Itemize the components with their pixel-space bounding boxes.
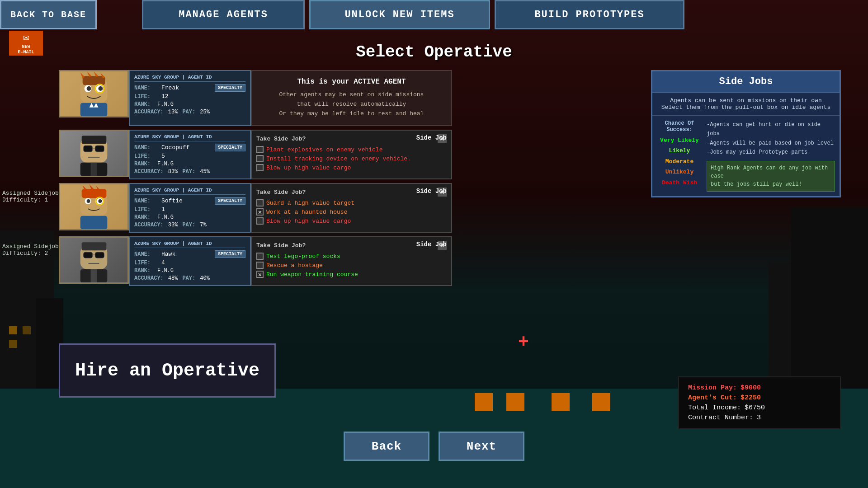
job-option-2-softie[interactable]: ✕ Work at a haunted house bbox=[256, 208, 447, 216]
rule-2: -Agents will be paid based on job level bbox=[707, 139, 835, 148]
specialty-btn-freak[interactable]: SPECIALTY bbox=[215, 84, 245, 92]
job-option-2-hawk[interactable]: Rescue a hostage bbox=[256, 262, 447, 269]
agent-avatar-cocopuff bbox=[59, 130, 129, 177]
hawk-difficulty-label: Difficulty: 2 bbox=[2, 250, 59, 257]
specialty-softie[interactable]: SPECIALTY bbox=[215, 197, 245, 205]
agent-avatar-hawk bbox=[59, 236, 129, 284]
hire-operative-panel[interactable]: Hire an Operative bbox=[59, 343, 276, 398]
agent-info-hawk: AZURE SKY GROUP | AGENT ID NAME: Hawk SP… bbox=[129, 236, 251, 286]
job-option-3-cocopuff[interactable]: Blow up high value cargo bbox=[256, 164, 447, 171]
svg-rect-34 bbox=[82, 242, 107, 250]
email-label: NEWE-MAIL bbox=[18, 44, 34, 55]
life-softie: 1 bbox=[161, 206, 245, 213]
life-hawk: 4 bbox=[161, 259, 245, 266]
checkbox-1-softie[interactable] bbox=[256, 199, 264, 206]
agent-info-freak: AZURE SKY GROUP | AGENT ID NAME: Freak S… bbox=[129, 70, 251, 126]
svg-rect-32 bbox=[80, 216, 108, 230]
next-button[interactable]: Next bbox=[439, 432, 524, 461]
manage-agents-label: MANAGE AGENTS bbox=[179, 9, 268, 20]
specialty-cocopuff[interactable]: SPECIALTY bbox=[215, 144, 245, 151]
email-icon: ✉ bbox=[23, 31, 29, 43]
svg-rect-21 bbox=[91, 163, 97, 176]
chance-likely: Likely bbox=[657, 145, 702, 156]
mission-info-panel: Mission Pay: $9000 Agent's Cut: $2250 To… bbox=[678, 376, 841, 429]
hawk-assigned-label: Assigned Sidejob bbox=[2, 243, 59, 250]
job-text-2-softie: Work at a haunted house bbox=[266, 209, 347, 216]
agent-cut-value: $2250 bbox=[741, 394, 761, 402]
active-agent-panel: This is your ACTIVE AGENT Other agents m… bbox=[251, 70, 452, 126]
side-jobs-body: Chance OfSuccess: Very Likely Likely Mod… bbox=[652, 116, 840, 196]
manage-agents-button[interactable]: MANAGE AGENTS bbox=[142, 0, 305, 29]
name-label-freak: NAME: bbox=[134, 85, 161, 91]
rank-hawk: F.N.G bbox=[157, 267, 174, 274]
pay-cocopuff: 45% bbox=[200, 169, 210, 175]
job-option-1-softie[interactable]: Guard a high value target bbox=[256, 199, 447, 206]
job-text-2-hawk: Rescue a hostage bbox=[266, 262, 323, 269]
agent-card-hawk[interactable]: Assigned Sidejob Difficulty: 2 bbox=[59, 236, 452, 286]
chance-moderate: Moderate bbox=[657, 156, 702, 167]
job-option-3-softie[interactable]: Blow up high value cargo bbox=[256, 217, 447, 225]
agent-info-softie: AZURE SKY GROUP | AGENT ID NAME: Softie … bbox=[129, 183, 251, 233]
total-income-value: $6750 bbox=[745, 404, 765, 412]
life-value-freak: 12 bbox=[161, 93, 245, 100]
build-prototypes-button[interactable]: BUILD PROTOTYPES bbox=[495, 0, 684, 29]
name-value-freak: Freak bbox=[161, 84, 215, 91]
svg-rect-15 bbox=[82, 136, 107, 144]
job-text-3-cocopuff: Blow up high value cargo bbox=[266, 164, 351, 171]
active-agent-title: This is your ACTIVE AGENT bbox=[297, 78, 406, 86]
svg-rect-11 bbox=[80, 103, 108, 116]
checkbox-3-softie[interactable] bbox=[256, 217, 264, 225]
chance-title: Chance OfSuccess: bbox=[657, 120, 702, 133]
side-job-panel-hawk: Take Side Job? ✕ Side Job Test lego-proo… bbox=[251, 236, 452, 286]
agent-info-cocopuff: AZURE SKY GROUP | AGENT ID NAME: Cocopuf… bbox=[129, 130, 251, 179]
back-button[interactable]: Back bbox=[344, 432, 429, 461]
job-option-1-hawk[interactable]: Test lego-proof socks bbox=[256, 253, 447, 260]
job-text-1-softie: Guard a high value target bbox=[266, 200, 354, 206]
job-option-3-hawk[interactable]: ✕ Run weapon training course bbox=[256, 271, 447, 278]
job-option-2-cocopuff[interactable]: Install tracking device on enemy vehicle… bbox=[256, 155, 447, 162]
plus-icon[interactable]: + bbox=[518, 332, 529, 352]
checkbox-2-hawk[interactable] bbox=[256, 262, 264, 269]
checkbox-3-cocopuff[interactable] bbox=[256, 164, 264, 171]
back-to-base-button[interactable]: Back to Base bbox=[0, 0, 97, 29]
rule-1: -Agents can get hurt or die on side jobs bbox=[707, 120, 835, 139]
agent-card-softie[interactable]: Assigned Sidejob Difficulty: 1 bbox=[59, 183, 452, 233]
back-button-label: Back bbox=[372, 440, 401, 453]
life-label-freak: LIFE: bbox=[134, 94, 161, 100]
acc-cocopuff: 83% bbox=[168, 169, 178, 175]
life-cocopuff: 5 bbox=[161, 153, 245, 160]
job-text-2-cocopuff: Install tracking device on enemy vehicle… bbox=[266, 155, 411, 162]
unlock-items-button[interactable]: UNLOCK NEW ITEMS bbox=[309, 0, 490, 29]
email-badge[interactable]: ✉ NEWE-MAIL bbox=[9, 31, 43, 56]
job-option-1-cocopuff[interactable]: Plant explosives on enemy vehicle bbox=[256, 146, 447, 153]
job-text-3-hawk: Run weapon training course bbox=[266, 271, 358, 278]
agent-card-freak[interactable]: AZURE SKY GROUP | AGENT ID NAME: Freak S… bbox=[59, 70, 452, 126]
side-job-panel-cocopuff: Take Side Job? ✕ Side Job Plant explosiv… bbox=[251, 130, 452, 179]
side-job-panel-softie: Take Side Job? ✕ Side Job Guard a high v… bbox=[251, 183, 452, 233]
svg-point-30 bbox=[98, 199, 102, 203]
checkbox-3-hawk[interactable]: ✕ bbox=[256, 271, 264, 278]
checkbox-1-cocopuff[interactable] bbox=[256, 146, 264, 153]
mission-pay-value: $9000 bbox=[741, 384, 761, 392]
name-hawk: Hawk bbox=[161, 251, 215, 258]
pay-softie: 7% bbox=[200, 222, 206, 228]
svg-rect-36 bbox=[95, 252, 104, 258]
pay-hawk: 40% bbox=[200, 275, 210, 282]
job-text-3-softie: Blow up high value cargo bbox=[266, 218, 351, 225]
acc-freak: 13% bbox=[168, 109, 178, 115]
agent-card-cocopuff[interactable]: AZURE SKY GROUP | AGENT ID NAME: Cocopuf… bbox=[59, 130, 452, 179]
checkbox-2-softie[interactable]: ✕ bbox=[256, 208, 264, 216]
rank-cocopuff: F.N.G bbox=[157, 161, 174, 167]
specialty-hawk[interactable]: SPECIALTY bbox=[215, 250, 245, 258]
acc-softie: 33% bbox=[168, 222, 178, 228]
agents-panel: AZURE SKY GROUP | AGENT ID NAME: Freak S… bbox=[59, 70, 452, 290]
chance-unlikely: Unlikely bbox=[657, 167, 702, 177]
agent-cut-label: Agent's Cut: bbox=[688, 394, 737, 402]
chance-very-likely: Very Likely bbox=[657, 135, 702, 145]
svg-point-8 bbox=[87, 86, 91, 91]
svg-rect-40 bbox=[91, 269, 97, 283]
softie-difficulty-label: Difficulty: 1 bbox=[2, 197, 59, 203]
bottom-buttons: Back Next bbox=[344, 432, 524, 461]
checkbox-1-hawk[interactable] bbox=[256, 253, 264, 260]
checkbox-2-cocopuff[interactable] bbox=[256, 155, 264, 162]
